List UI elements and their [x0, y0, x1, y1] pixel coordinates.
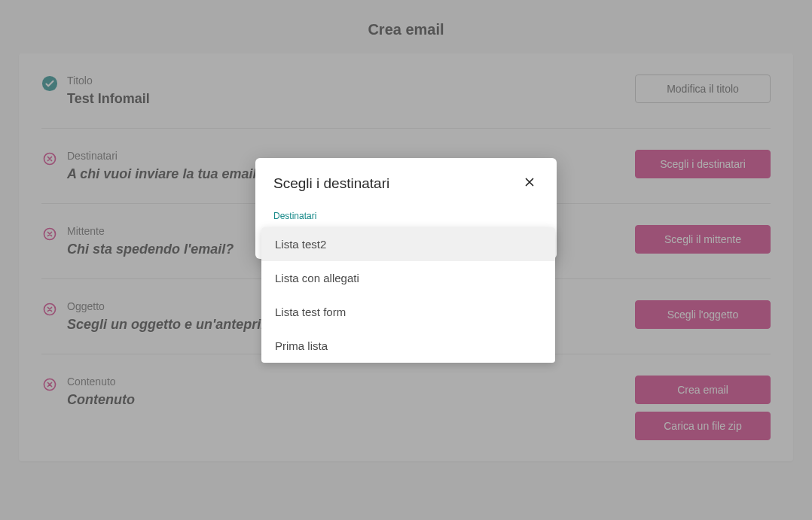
modal-title: Scegli i destinatari [273, 175, 389, 192]
close-icon [523, 174, 536, 193]
dropdown-option[interactable]: Lista test2 [261, 227, 555, 261]
modal-header: Scegli i destinatari [255, 158, 557, 203]
close-button[interactable] [520, 175, 539, 193]
modal-overlay[interactable]: Scegli i destinatari Destinatari Lista t… [0, 0, 812, 520]
dropdown-option[interactable]: Prima lista [261, 329, 555, 363]
recipients-dropdown: Lista test2 Lista con allegati Lista tes… [261, 227, 555, 363]
modal-field-label: Destinatari [255, 203, 557, 221]
dropdown-option[interactable]: Lista test form [261, 295, 555, 329]
recipients-modal: Scegli i destinatari Destinatari Lista t… [255, 158, 557, 259]
dropdown-option[interactable]: Lista con allegati [261, 261, 555, 295]
